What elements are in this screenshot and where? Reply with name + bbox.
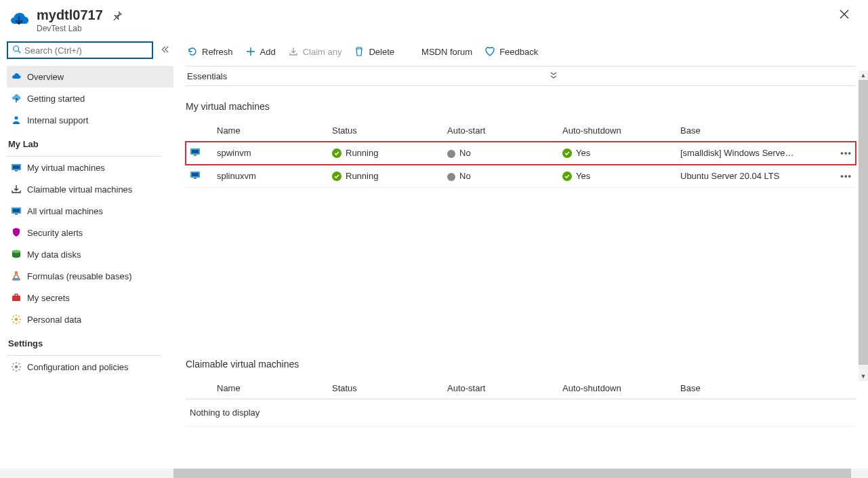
- col-autostart[interactable]: Auto-start: [443, 378, 558, 399]
- search-input[interactable]: [22, 45, 148, 56]
- empty-message: Nothing to display: [186, 399, 856, 426]
- sidebar-item[interactable]: Overview: [7, 66, 173, 87]
- nav-group-mylab: My Lab: [7, 131, 173, 153]
- col-status[interactable]: Status: [328, 120, 443, 142]
- sidebar-item[interactable]: My data disks: [7, 243, 173, 265]
- svg-rect-6: [13, 209, 20, 212]
- sidebar-item-label: Overview: [27, 72, 64, 82]
- msdn-label: MSDN forum: [421, 47, 472, 57]
- sidebar-item-label: My virtual machines: [27, 163, 105, 173]
- svg-rect-14: [192, 150, 199, 153]
- col-autostart[interactable]: Auto-start: [443, 120, 558, 142]
- essentials-toggle[interactable]: Essentials: [186, 66, 856, 86]
- vm-base: [smalldisk] Windows Serve…: [676, 142, 835, 165]
- table-row[interactable]: spwinvmRunningNoYes[smalldisk] Windows S…: [186, 142, 856, 165]
- lab-icon: [8, 7, 30, 28]
- col-autoshutdown[interactable]: Auto-shutdown: [558, 378, 676, 399]
- vm-name: splinuxvm: [213, 165, 328, 188]
- sidebar-item[interactable]: Configuration and policies: [7, 356, 173, 378]
- heart-icon: [484, 46, 495, 57]
- search-input-wrap[interactable]: [7, 41, 153, 59]
- delete-label: Delete: [369, 47, 394, 57]
- vm-name: spwinvm: [213, 142, 328, 165]
- sidebar-item[interactable]: My virtual machines: [7, 157, 173, 178]
- vm-status: Running: [328, 142, 443, 165]
- col-name[interactable]: Name: [213, 378, 328, 399]
- search-icon: [12, 45, 22, 56]
- sidebar-item-label: All virtual machines: [27, 206, 103, 216]
- add-button[interactable]: Add: [244, 41, 277, 62]
- sidebar-item[interactable]: Formulas (reusable bases): [7, 265, 173, 287]
- msdn-forum-button[interactable]: MSDN forum: [405, 41, 474, 62]
- table-row[interactable]: splinuxvmRunningNoYesUbuntu Server 20.04…: [186, 165, 856, 188]
- col-status[interactable]: Status: [328, 378, 443, 399]
- sidebar-item[interactable]: Claimable virtual machines: [7, 178, 173, 200]
- svg-rect-15: [194, 155, 197, 156]
- collapse-sidebar-icon[interactable]: [160, 45, 169, 56]
- more-actions-icon[interactable]: •••: [840, 148, 852, 158]
- svg-rect-4: [15, 170, 18, 172]
- tray-icon: [11, 184, 22, 195]
- vm-autoshutdown: Yes: [558, 165, 676, 188]
- my-vms-heading: My virtual machines: [186, 101, 856, 112]
- feedback-button[interactable]: Feedback: [483, 41, 539, 62]
- sidebar-item-label: Formulas (reusable bases): [27, 271, 132, 281]
- briefcase-icon: [11, 292, 22, 303]
- sidebar-item-label: Internal support: [27, 115, 88, 125]
- cloud-icon: [11, 71, 22, 82]
- sidebar-item-label: My secrets: [27, 293, 70, 303]
- add-label: Add: [260, 47, 276, 57]
- sidebar-item[interactable]: Security alerts: [7, 222, 173, 243]
- flask-icon: [11, 271, 22, 281]
- pin-icon[interactable]: [112, 11, 122, 22]
- svg-rect-7: [15, 214, 18, 215]
- claim-icon: [288, 46, 299, 57]
- vm-autoshutdown: Yes: [558, 142, 676, 165]
- sidebar-item-label: Getting started: [27, 94, 85, 104]
- claimable-vms-table: Name Status Auto-start Auto-shutdown Bas…: [186, 378, 856, 399]
- vertical-scrollbar[interactable]: ▲ ▼: [859, 80, 868, 372]
- vm-icon: [11, 162, 22, 173]
- col-autoshutdown[interactable]: Auto-shutdown: [558, 120, 676, 142]
- shield-icon: [11, 227, 22, 238]
- refresh-label: Refresh: [202, 47, 233, 57]
- col-name[interactable]: Name: [213, 120, 328, 142]
- delete-button[interactable]: Delete: [352, 41, 396, 62]
- close-button[interactable]: [840, 9, 849, 21]
- col-base[interactable]: Base: [676, 120, 835, 142]
- sidebar-item[interactable]: All virtual machines: [7, 200, 173, 222]
- sidebar-item-label: Security alerts: [27, 228, 83, 238]
- claimable-vms-heading: Claimable virtual machines: [186, 359, 856, 370]
- horizontal-scrollbar[interactable]: [0, 469, 868, 478]
- vm-autostart: No: [443, 165, 558, 188]
- svg-point-0: [14, 45, 19, 51]
- sidebar-item-label: Personal data: [27, 315, 81, 325]
- page-subtitle: DevTest Lab: [37, 24, 103, 33]
- page-title: mydtl0717: [37, 7, 103, 23]
- sidebar-item-label: My data disks: [27, 250, 81, 260]
- check-icon: [562, 148, 572, 158]
- sidebar-item[interactable]: My secrets: [7, 287, 173, 308]
- svg-point-11: [15, 318, 18, 321]
- sidebar-item-label: Configuration and policies: [27, 362, 129, 372]
- sidebar-item-label: Claimable virtual machines: [27, 184, 132, 195]
- more-actions-icon[interactable]: •••: [840, 171, 852, 181]
- msdn-icon: [407, 46, 417, 57]
- svg-rect-17: [192, 173, 199, 176]
- check-icon: [332, 172, 342, 181]
- sidebar-item[interactable]: Internal support: [7, 109, 173, 131]
- gear-icon: [11, 314, 22, 325]
- col-base[interactable]: Base: [676, 378, 835, 399]
- cloud-arrow-icon: [11, 93, 22, 104]
- sidebar-item[interactable]: Getting started: [7, 87, 173, 109]
- person-icon: [11, 115, 22, 125]
- dot-icon: [447, 173, 455, 181]
- svg-rect-3: [13, 165, 20, 169]
- refresh-button[interactable]: Refresh: [186, 41, 234, 62]
- svg-rect-10: [12, 296, 20, 301]
- sidebar-item[interactable]: Personal data: [7, 308, 173, 330]
- dot-icon: [447, 150, 455, 158]
- svg-point-12: [15, 365, 18, 368]
- feedback-label: Feedback: [499, 47, 538, 57]
- chevron-down-double-icon: [550, 71, 558, 81]
